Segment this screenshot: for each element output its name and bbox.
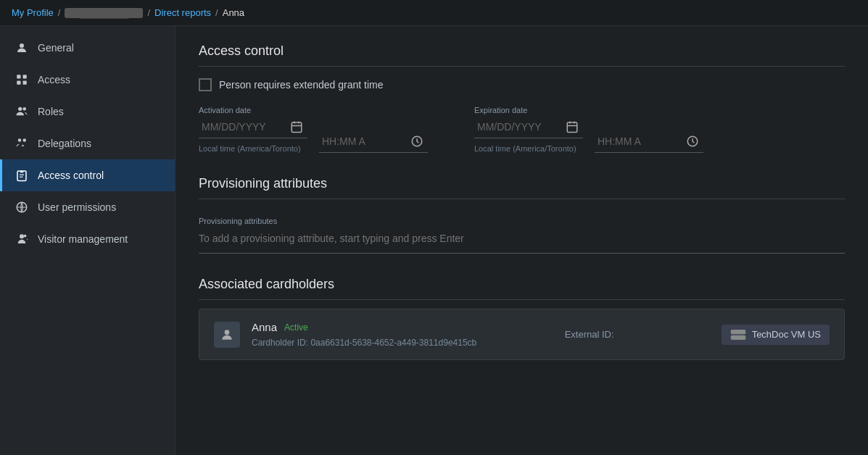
provisioning-input[interactable] [199,230,845,247]
breadcrumb-direct-reports[interactable]: Direct reports [154,7,211,18]
sidebar-label-general: General [38,42,74,54]
svg-point-13 [20,234,24,238]
activation-time-clock-button[interactable] [406,133,428,149]
expiration-date-input-row [474,119,583,138]
cardholder-info: Anna Active Cardholder ID: 0aa6631d-5638… [252,321,553,348]
extended-grant-row: Person requires extended grant time [199,78,845,91]
expiration-date-label: Expiration date [474,106,583,114]
sidebar-item-visitor-management[interactable]: Visitor management [0,223,175,255]
expiration-time-group [595,129,703,153]
expiration-date-input[interactable] [474,120,561,134]
sidebar: General Access Roles Delegations Access [0,26,175,455]
svg-point-25 [225,330,230,335]
sidebar-item-delegations[interactable]: Delegations [0,128,175,159]
breadcrumb: My Profile / ████████ / Direct reports /… [0,0,868,26]
extended-grant-label[interactable]: Person requires extended grant time [219,79,383,91]
activation-date-hint: Local time (America/Toronto) [199,144,307,153]
sidebar-item-access[interactable]: Access [0,64,175,96]
external-id-section: External ID: [565,329,710,340]
expiration-date-group: Expiration date Local time (America/Toro… [474,106,583,153]
breadcrumb-sep-2: / [147,7,150,18]
activation-time-input[interactable] [319,134,406,149]
system-name: TechDoc VM US [752,329,821,340]
activation-date-input[interactable] [199,120,286,134]
status-badge: Active [284,322,308,333]
access-control-title: Access control [199,43,845,67]
breadcrumb-sep-1: / [58,7,61,18]
sidebar-label-delegations: Delegations [38,138,91,149]
sidebar-label-access-control: Access control [38,170,104,181]
svg-rect-3 [17,81,20,85]
external-id-label: External ID: [565,329,614,340]
datetime-row: Activation date Local time (America/Toro… [199,106,845,153]
cardholder-name: Anna [252,321,277,333]
svg-rect-4 [23,81,27,85]
svg-point-5 [18,107,22,111]
breadcrumb-current: Anna [223,7,244,18]
cardholder-name-row: Anna Active [252,321,553,333]
cardholders-section: Associated cardholders Anna Active Cardh… [199,277,845,360]
breadcrumb-sep-3: / [215,7,218,18]
svg-rect-1 [17,75,20,78]
sidebar-item-general[interactable]: General [0,32,175,64]
activation-date-calendar-button[interactable] [286,119,307,135]
server-icon [730,329,746,341]
access-control-section: Access control Person requires extended … [199,43,845,153]
globe-icon [15,200,29,214]
breadcrumb-my-profile[interactable]: My Profile [12,7,54,18]
sidebar-item-user-permissions[interactable]: User permissions [0,191,175,223]
cardholder-card: Anna Active Cardholder ID: 0aa6631d-5638… [199,309,845,360]
provisioning-section: Provisioning attributes Provisioning att… [199,176,845,254]
system-badge: TechDoc VM US [722,325,830,345]
visitor-icon [15,232,29,246]
grid-icon [15,72,29,87]
activation-time-input-row [319,133,428,153]
delegate-icon [15,136,29,151]
sidebar-label-roles: Roles [38,106,64,117]
sidebar-item-access-control[interactable]: Access control [0,159,175,191]
breadcrumb-redacted: ████████ [65,8,143,18]
cardholder-avatar [214,322,240,348]
sidebar-label-access: Access [38,74,70,85]
activation-date-input-row [199,119,307,138]
cardholder-id: Cardholder ID: 0aa6631d-5638-4652-a449-3… [252,338,476,348]
svg-rect-15 [292,122,302,133]
svg-point-7 [18,138,22,142]
cardholder-id-value: 0aa6631d-5638-4652-a449-3811d9e415cb [310,338,476,348]
provisioning-field-label: Provisioning attributes [199,217,845,225]
svg-point-14 [24,235,27,238]
provisioning-field: Provisioning attributes [199,208,845,254]
sidebar-item-roles[interactable]: Roles [0,96,175,128]
expiration-time-input[interactable] [595,134,682,149]
sidebar-label-user-permissions: User permissions [38,201,116,213]
clipboard-icon [15,168,29,183]
activation-time-group [319,129,428,153]
svg-point-29 [743,336,744,338]
svg-point-6 [23,107,27,111]
cardholders-title: Associated cardholders [199,277,845,300]
activation-date-label: Activation date [199,106,307,114]
provisioning-title: Provisioning attributes [199,176,845,199]
person-icon [15,41,29,55]
activation-date-group: Activation date Local time (America/Toro… [199,106,307,153]
svg-point-28 [743,330,744,332]
sidebar-label-visitor-management: Visitor management [38,233,128,245]
extended-grant-checkbox[interactable] [199,78,212,91]
expiration-time-input-row [595,133,703,153]
expiration-time-clock-button[interactable] [682,133,703,149]
expiration-date-calendar-button[interactable] [561,119,583,135]
svg-rect-20 [567,122,577,133]
main-content: Access control Person requires extended … [175,26,868,455]
svg-point-8 [23,138,27,142]
expiration-date-hint: Local time (America/Toronto) [474,144,583,153]
cardholder-id-label: Cardholder ID: [252,338,308,348]
people-icon [15,104,29,119]
svg-point-0 [20,43,24,48]
svg-rect-2 [23,75,27,78]
